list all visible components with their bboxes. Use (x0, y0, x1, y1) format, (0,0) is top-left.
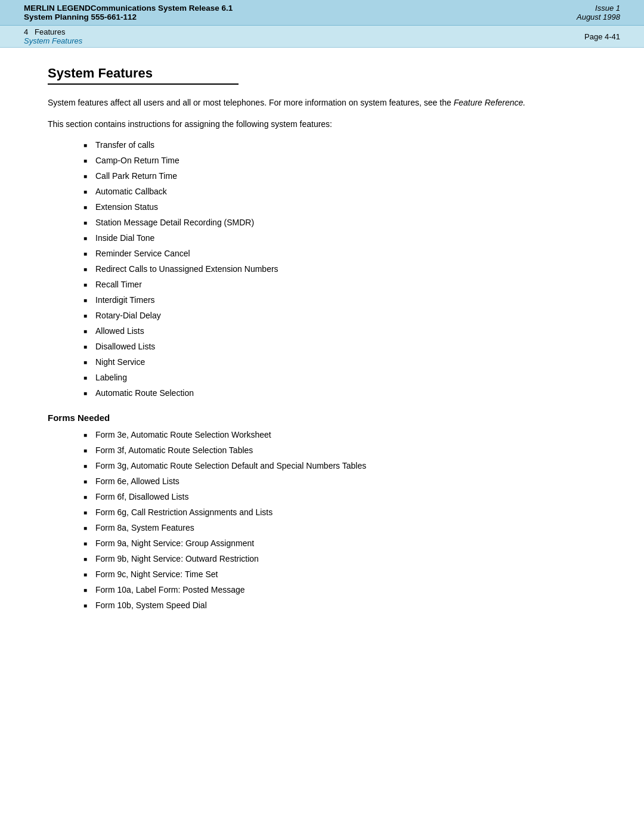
chapter-label: Features (35, 27, 65, 36)
list-item: Station Message Detail Recording (SMDR) (83, 216, 596, 229)
list-item: Recall Timer (83, 278, 596, 291)
list-item: Form 6e, Allowed Lists (83, 475, 596, 488)
list-item: Form 6f, Disallowed Lists (83, 491, 596, 503)
list-item: Reminder Service Cancel (83, 247, 596, 260)
list-item: Form 3e, Automatic Route Selection Works… (83, 429, 596, 441)
section-label: System Features (24, 36, 82, 45)
header-left: MERLIN LEGENDCommunications System Relea… (24, 4, 233, 21)
list-item: Form 10a, Label Form: Posted Message (83, 584, 596, 596)
chapter-number: 4 (24, 27, 28, 36)
list-item: Form 10b, System Speed Dial (83, 599, 596, 612)
list-item: Night Service (83, 356, 596, 368)
subheader-band: 4 Features System Features Page 4-41 (0, 26, 644, 48)
list-item: Allowed Lists (83, 325, 596, 337)
list-item: Redirect Calls to Unassigned Extension N… (83, 263, 596, 275)
list-item: Camp-On Return Time (83, 154, 596, 167)
list-item: Form 9c, Night Service: Time Set (83, 568, 596, 581)
page-title: System Features (48, 66, 239, 85)
forms-needed-heading: Forms Needed (48, 413, 596, 423)
issue-label: Issue 1 (577, 4, 620, 13)
list-item: Labeling (83, 371, 596, 384)
date-label: August 1998 (577, 13, 620, 21)
list-item: Disallowed Lists (83, 340, 596, 353)
header-title-line1: MERLIN LEGENDCommunications System Relea… (24, 4, 233, 13)
list-item: Rotary-Dial Delay (83, 309, 596, 322)
page-content: System Features System features affect a… (0, 48, 644, 642)
list-item: Inside Dial Tone (83, 232, 596, 244)
list-item: Transfer of calls (83, 139, 596, 151)
subheader-left: 4 Features System Features (24, 27, 82, 45)
intro-paragraph-2: This section contains instructions for a… (48, 118, 596, 131)
list-item: Form 3g, Automatic Route Selection Defau… (83, 460, 596, 472)
list-item: Form 3f, Automatic Route Selection Table… (83, 444, 596, 457)
feature-reference-italic: Feature Reference. (454, 98, 526, 107)
list-item: Automatic Route Selection (83, 387, 596, 400)
list-item: Form 6g, Call Restriction Assignments an… (83, 506, 596, 519)
forms-list: Form 3e, Automatic Route Selection Works… (83, 429, 596, 612)
intro-paragraph-1: System features affect all users and all… (48, 97, 596, 110)
list-item: Form 9a, Night Service: Group Assignment (83, 537, 596, 550)
list-item: Extension Status (83, 201, 596, 213)
list-item: Call Park Return Time (83, 170, 596, 182)
header-right: Issue 1 August 1998 (577, 4, 620, 21)
list-item: Form 9b, Night Service: Outward Restrict… (83, 553, 596, 565)
list-item: Automatic Callback (83, 185, 596, 198)
page-number: Page 4-41 (584, 32, 620, 41)
list-item: Form 8a, System Features (83, 522, 596, 534)
features-list: Transfer of calls Camp-On Return Time Ca… (83, 139, 596, 400)
header-band: MERLIN LEGENDCommunications System Relea… (0, 0, 644, 26)
header-title-line2: System Planning 555-661-112 (24, 13, 233, 21)
list-item: Interdigit Timers (83, 294, 596, 306)
